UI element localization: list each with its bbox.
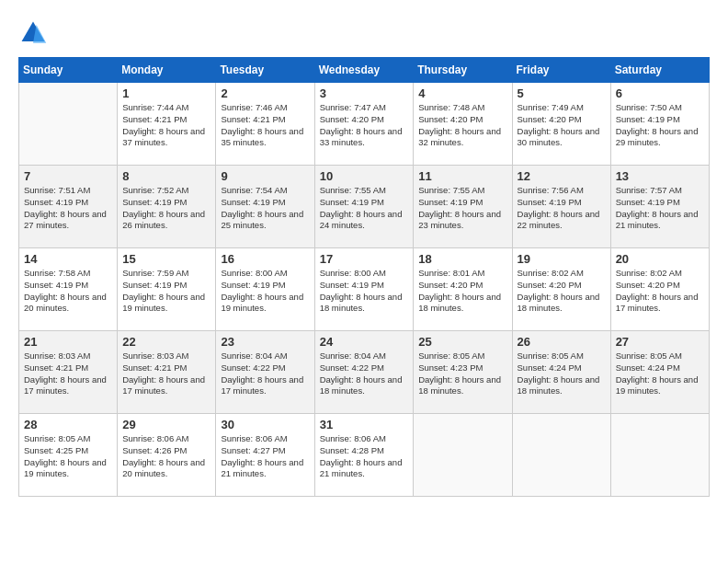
day-number: 28 [24,418,112,431]
day-number: 6 [616,86,704,100]
calendar-cell: 28Sunrise: 8:05 AMSunset: 4:25 PMDayligh… [19,414,118,497]
calendar-cell: 17Sunrise: 8:00 AMSunset: 4:19 PMDayligh… [314,248,414,331]
cell-info: Sunrise: 8:03 AMSunset: 4:21 PMDaylight:… [24,350,112,397]
cell-info: Sunrise: 8:05 AMSunset: 4:23 PMDaylight:… [418,350,506,397]
day-number: 1 [122,86,210,100]
day-number: 18 [418,252,506,266]
day-number: 8 [122,169,210,183]
day-number: 4 [418,86,506,100]
cell-info: Sunrise: 8:00 AMSunset: 4:19 PMDaylight:… [320,268,409,315]
calendar-cell: 10Sunrise: 7:55 AMSunset: 4:19 PMDayligh… [314,166,414,248]
logo [18,18,51,48]
calendar-cell: 25Sunrise: 8:05 AMSunset: 4:23 PMDayligh… [414,331,512,414]
weekday-header: Wednesday [314,58,414,83]
day-number: 7 [24,169,112,183]
calendar-cell: 11Sunrise: 7:55 AMSunset: 4:19 PMDayligh… [414,166,512,248]
day-number: 13 [616,169,704,183]
cell-info: Sunrise: 7:56 AMSunset: 4:19 PMDaylight:… [518,185,606,232]
cell-info: Sunrise: 7:55 AMSunset: 4:19 PMDaylight:… [418,185,506,232]
cell-info: Sunrise: 7:57 AMSunset: 4:19 PMDaylight:… [616,185,704,232]
cell-info: Sunrise: 8:04 AMSunset: 4:22 PMDaylight:… [221,350,309,397]
weekday-header: Saturday [610,58,709,83]
cell-info: Sunrise: 7:58 AMSunset: 4:19 PMDaylight:… [24,268,112,315]
day-number: 9 [221,169,309,183]
day-number: 21 [24,335,112,349]
cell-info: Sunrise: 7:51 AMSunset: 4:19 PMDaylight:… [24,185,112,232]
cell-info: Sunrise: 8:02 AMSunset: 4:20 PMDaylight:… [616,268,704,315]
calendar-cell: 1Sunrise: 7:44 AMSunset: 4:21 PMDaylight… [118,83,216,166]
day-number: 12 [518,169,606,183]
calendar-week-row: 7Sunrise: 7:51 AMSunset: 4:19 PMDaylight… [19,166,710,248]
day-number: 26 [518,335,606,349]
cell-info: Sunrise: 7:54 AMSunset: 4:19 PMDaylight:… [221,185,309,232]
cell-info: Sunrise: 8:06 AMSunset: 4:28 PMDaylight:… [320,433,409,480]
calendar-cell: 6Sunrise: 7:50 AMSunset: 4:19 PMDaylight… [610,83,709,166]
calendar-cell: 4Sunrise: 7:48 AMSunset: 4:20 PMDaylight… [414,83,512,166]
cell-info: Sunrise: 8:04 AMSunset: 4:22 PMDaylight:… [320,350,409,397]
calendar-cell: 2Sunrise: 7:46 AMSunset: 4:21 PMDaylight… [216,83,314,166]
day-number: 29 [122,418,210,431]
cell-info: Sunrise: 8:00 AMSunset: 4:19 PMDaylight:… [221,268,309,315]
cell-info: Sunrise: 7:48 AMSunset: 4:20 PMDaylight:… [418,102,506,149]
cell-info: Sunrise: 7:49 AMSunset: 4:20 PMDaylight:… [518,102,606,149]
calendar-week-row: 1Sunrise: 7:44 AMSunset: 4:21 PMDaylight… [19,83,710,166]
cell-info: Sunrise: 8:02 AMSunset: 4:20 PMDaylight:… [518,268,606,315]
cell-info: Sunrise: 7:59 AMSunset: 4:19 PMDaylight:… [122,268,210,315]
day-number: 22 [122,335,210,349]
day-number: 17 [320,252,409,266]
day-number: 31 [320,418,409,431]
calendar-cell: 16Sunrise: 8:00 AMSunset: 4:19 PMDayligh… [216,248,314,331]
cell-info: Sunrise: 8:01 AMSunset: 4:20 PMDaylight:… [418,268,506,315]
calendar-cell: 27Sunrise: 8:05 AMSunset: 4:24 PMDayligh… [610,331,709,414]
calendar-cell: 9Sunrise: 7:54 AMSunset: 4:19 PMDaylight… [216,166,314,248]
calendar-cell: 13Sunrise: 7:57 AMSunset: 4:19 PMDayligh… [610,166,709,248]
cell-info: Sunrise: 7:47 AMSunset: 4:20 PMDaylight:… [320,102,409,149]
day-number: 3 [320,86,409,100]
calendar-cell [414,414,512,497]
day-number: 19 [518,252,606,266]
weekday-header: Tuesday [216,58,314,83]
calendar-cell: 14Sunrise: 7:58 AMSunset: 4:19 PMDayligh… [19,248,118,331]
calendar-cell: 21Sunrise: 8:03 AMSunset: 4:21 PMDayligh… [19,331,118,414]
logo-icon [18,18,48,48]
calendar-week-row: 14Sunrise: 7:58 AMSunset: 4:19 PMDayligh… [19,248,710,331]
calendar-cell: 22Sunrise: 8:03 AMSunset: 4:21 PMDayligh… [118,331,216,414]
day-number: 2 [221,86,309,100]
cell-info: Sunrise: 7:46 AMSunset: 4:21 PMDaylight:… [221,102,309,149]
weekday-header: Thursday [414,58,512,83]
cell-info: Sunrise: 8:06 AMSunset: 4:26 PMDaylight:… [122,433,210,480]
cell-info: Sunrise: 7:52 AMSunset: 4:19 PMDaylight:… [122,185,210,232]
calendar-week-row: 28Sunrise: 8:05 AMSunset: 4:25 PMDayligh… [19,414,710,497]
day-number: 10 [320,169,409,183]
cell-info: Sunrise: 8:06 AMSunset: 4:27 PMDaylight:… [221,433,309,480]
calendar-cell: 26Sunrise: 8:05 AMSunset: 4:24 PMDayligh… [512,331,610,414]
calendar-cell [19,83,118,166]
cell-info: Sunrise: 7:50 AMSunset: 4:19 PMDaylight:… [616,102,704,149]
day-number: 14 [24,252,112,266]
calendar-week-row: 21Sunrise: 8:03 AMSunset: 4:21 PMDayligh… [19,331,710,414]
calendar-cell: 15Sunrise: 7:59 AMSunset: 4:19 PMDayligh… [118,248,216,331]
calendar-cell: 18Sunrise: 8:01 AMSunset: 4:20 PMDayligh… [414,248,512,331]
day-number: 24 [320,335,409,349]
calendar-cell: 30Sunrise: 8:06 AMSunset: 4:27 PMDayligh… [216,414,314,497]
calendar-cell: 29Sunrise: 8:06 AMSunset: 4:26 PMDayligh… [118,414,216,497]
calendar-header-row: SundayMondayTuesdayWednesdayThursdayFrid… [19,58,710,83]
weekday-header: Friday [512,58,610,83]
day-number: 15 [122,252,210,266]
calendar-cell [610,414,709,497]
calendar-cell: 20Sunrise: 8:02 AMSunset: 4:20 PMDayligh… [610,248,709,331]
cell-info: Sunrise: 8:05 AMSunset: 4:24 PMDaylight:… [518,350,606,397]
calendar-cell: 31Sunrise: 8:06 AMSunset: 4:28 PMDayligh… [314,414,414,497]
calendar-cell: 5Sunrise: 7:49 AMSunset: 4:20 PMDaylight… [512,83,610,166]
day-number: 20 [616,252,704,266]
day-number: 11 [418,169,506,183]
calendar-cell: 12Sunrise: 7:56 AMSunset: 4:19 PMDayligh… [512,166,610,248]
calendar-cell: 3Sunrise: 7:47 AMSunset: 4:20 PMDaylight… [314,83,414,166]
calendar-cell: 19Sunrise: 8:02 AMSunset: 4:20 PMDayligh… [512,248,610,331]
cell-info: Sunrise: 7:55 AMSunset: 4:19 PMDaylight:… [320,185,409,232]
cell-info: Sunrise: 7:44 AMSunset: 4:21 PMDaylight:… [122,102,210,149]
cell-info: Sunrise: 8:03 AMSunset: 4:21 PMDaylight:… [122,350,210,397]
day-number: 16 [221,252,309,266]
calendar-cell: 24Sunrise: 8:04 AMSunset: 4:22 PMDayligh… [314,331,414,414]
page-header [18,18,710,48]
